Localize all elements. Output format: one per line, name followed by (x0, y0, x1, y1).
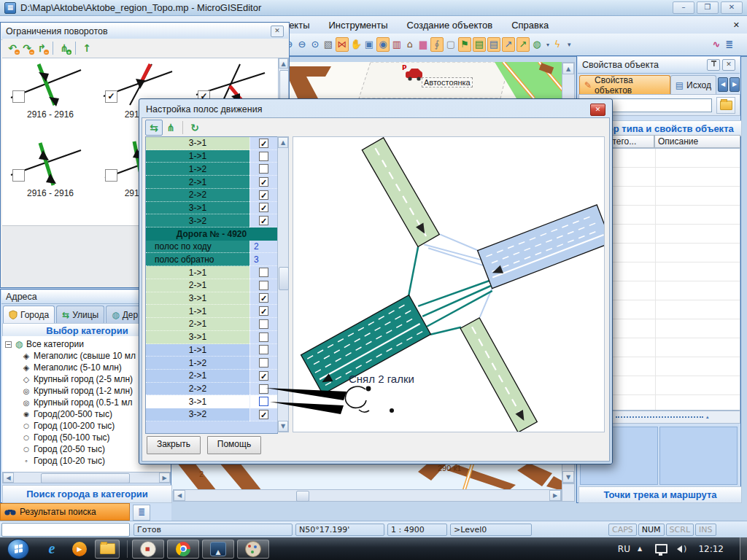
panel-close-icon[interactable]: ✕ (722, 59, 735, 71)
taskbar-ie-icon[interactable]: e (39, 540, 64, 559)
lane-checkbox[interactable] (259, 410, 268, 419)
lane-row[interactable]: 3->1 (146, 202, 277, 215)
close-button[interactable]: ✕ (721, 1, 743, 14)
taskbar-photo-viewer-button[interactable]: ▲ (202, 540, 234, 559)
turn-checkbox[interactable] (12, 169, 25, 182)
object-search-input[interactable] (597, 98, 712, 112)
lane-check-cell[interactable] (249, 202, 277, 215)
hscroll-thumb[interactable] (41, 473, 130, 483)
road-property-row[interactable]: полос по ходу2 (146, 241, 277, 254)
language-indicator[interactable]: RU (618, 544, 630, 554)
lane-checkbox[interactable] (259, 384, 268, 394)
lane-check-cell[interactable] (249, 163, 277, 176)
pin-icon[interactable] (707, 59, 720, 71)
tasklist-icon[interactable]: ≣ (724, 38, 735, 51)
tab-scroll-left-icon[interactable]: ◀ (718, 77, 728, 92)
export-blue-icon[interactable]: ↗ (502, 37, 515, 52)
lane-checkbox[interactable] (259, 281, 268, 290)
fork-add-icon[interactable]: ⋔+ (57, 41, 71, 55)
lane-check-cell[interactable] (249, 370, 277, 383)
turn-checkbox[interactable] (105, 169, 117, 182)
scroll-right-icon[interactable]: ▶ (159, 472, 170, 483)
lane-row[interactable]: 3->2 (146, 214, 277, 228)
lane-checkbox[interactable] (259, 293, 268, 303)
straight-icon[interactable]: ↑ (80, 41, 94, 55)
window-titlebar[interactable]: ▦ D:\Map\Aktobe\Aktobe_region_Topo.mp - … (0, 0, 747, 16)
dropdown-arrow-icon[interactable]: ▾ (546, 42, 549, 48)
lane-row[interactable]: 1->2 (146, 357, 277, 370)
lanes-icon[interactable]: ⇆ (145, 120, 163, 136)
attach-icon[interactable]: ∮ (430, 37, 444, 52)
close-dialog-button[interactable]: Закрыть (147, 436, 201, 454)
lane-checkbox[interactable] (259, 190, 268, 200)
turn-checkbox[interactable] (105, 90, 117, 103)
edit-nodes-icon[interactable]: ⋈ (336, 37, 349, 52)
lane-checkbox[interactable] (259, 203, 268, 212)
help-button[interactable]: Помощь (207, 436, 261, 454)
lane-checkbox[interactable] (259, 216, 268, 225)
map-hscrollbar[interactable]: ◀ ▶ (173, 489, 562, 502)
properties-panel-titlebar[interactable]: Свойства объекта ✕ (578, 57, 740, 74)
menu-item-2[interactable]: Создание объектов (407, 20, 493, 31)
lane-row[interactable]: 2->2 (146, 189, 277, 202)
refresh-icon[interactable]: ↻ (187, 120, 203, 135)
search-results-input[interactable] (1, 523, 130, 537)
scroll-up-icon[interactable]: ▲ (278, 137, 288, 148)
turn-restriction-cell[interactable]: 2916 - 2916 (7, 140, 94, 213)
city-search-header[interactable]: Поиск города в категории (2, 485, 172, 503)
show-desktop-button[interactable] (740, 537, 747, 560)
lane-row[interactable]: 2->1 (146, 318, 277, 331)
tab-scroll-right-icon[interactable]: ▶ (729, 77, 740, 92)
lightning-icon[interactable]: ϟ (551, 38, 563, 51)
lane-row[interactable]: 3->1 (146, 292, 277, 306)
lane-diagram-area[interactable] (293, 136, 605, 432)
turn-remove-icon[interactable]: ↷− (20, 41, 34, 55)
scroll-down-icon[interactable]: ▼ (562, 471, 574, 483)
lane-check-cell[interactable] (249, 383, 277, 396)
turn-panel-titlebar[interactable]: Ограничения поворотов ✕ (1, 23, 288, 40)
lane-row[interactable]: 3->1 (146, 395, 277, 408)
lane-check-cell[interactable] (249, 318, 277, 331)
scroll-right-icon[interactable]: ▶ (549, 490, 561, 501)
lane-check-cell[interactable] (249, 292, 277, 306)
flag-icon[interactable]: ⚑ (458, 37, 471, 52)
lane-checkbox[interactable] (259, 306, 268, 316)
tree-expander-icon[interactable]: − (5, 341, 12, 348)
dialog-close-icon[interactable]: ✕ (590, 104, 605, 116)
lane-checkbox[interactable] (259, 177, 268, 187)
lane-list[interactable]: 3->11->11->22->12->23->13->2Дорога № - 4… (145, 136, 278, 434)
raster-blue-icon[interactable]: ▤ (487, 37, 500, 52)
lane-row[interactable]: 2->1 (146, 370, 277, 383)
vscroll-thumb[interactable] (279, 267, 289, 290)
lane-check-cell[interactable] (249, 305, 277, 318)
taskbar-media-player-icon[interactable]: ▶ (67, 540, 92, 559)
find-node-icon[interactable]: ◉ (376, 37, 390, 52)
hscroll-thumb[interactable] (296, 491, 309, 502)
lane-check-cell[interactable] (249, 395, 277, 408)
zoom-out-icon[interactable]: ⊖ (296, 38, 308, 51)
lane-check-cell[interactable]: 3 (249, 253, 277, 266)
turn-restriction-cell[interactable]: 2916 - 2916 (7, 61, 94, 134)
track-list-right[interactable] (659, 427, 738, 485)
pan-icon[interactable]: ✋ (350, 38, 362, 51)
tab-object-properties[interactable]: ✎ Свойства объектов (579, 75, 670, 94)
tree-hscrollbar[interactable]: ◀ ▶ (2, 472, 171, 483)
start-button[interactable] (7, 539, 29, 559)
tray-expand-icon[interactable]: ▲ (638, 545, 642, 552)
open-folder-button[interactable] (716, 97, 735, 114)
lane-check-cell[interactable] (249, 137, 277, 150)
select-icon[interactable]: ▧ (322, 38, 334, 51)
maximize-button[interactable]: ❒ (697, 1, 719, 14)
lane-row[interactable]: 1->1 (146, 150, 277, 163)
lane-row[interactable]: 1->1 (146, 305, 277, 318)
lane-check-cell[interactable] (249, 176, 277, 189)
lane-check-cell[interactable]: 2 (249, 241, 277, 254)
export-green-icon[interactable]: ↗ (516, 37, 530, 52)
tab-cities[interactable]: Города (3, 306, 55, 323)
turn-checkbox[interactable] (12, 90, 25, 103)
taskbar-compass-app-button[interactable]: ◆ (132, 540, 164, 559)
minimize-button[interactable]: – (673, 1, 694, 14)
lane-row[interactable]: 3->2 (146, 408, 277, 421)
map-canvas-bottom[interactable] (171, 463, 562, 491)
globe-icon[interactable]: ◍ (531, 38, 543, 51)
